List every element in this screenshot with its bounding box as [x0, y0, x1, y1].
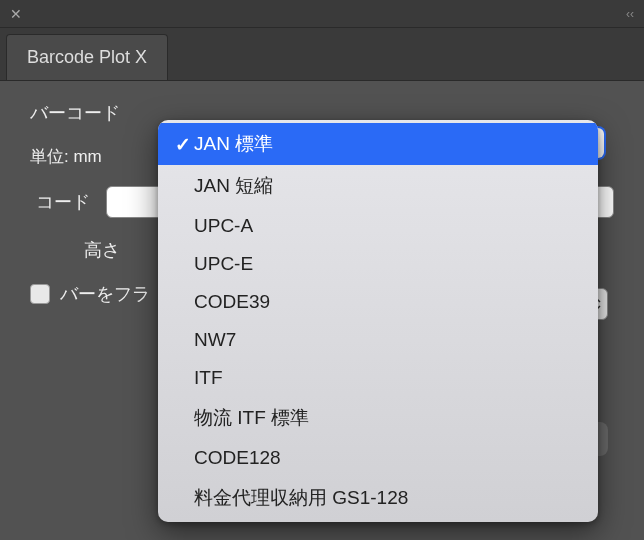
dropdown-option-label: CODE39 [194, 291, 584, 313]
dropdown-option-label: UPC-E [194, 253, 584, 275]
flatten-checkbox[interactable] [30, 284, 50, 304]
dropdown-option[interactable]: UPC-E [158, 245, 598, 283]
dropdown-option[interactable]: 料金代理収納用 GS1-128 [158, 477, 598, 519]
tab-bar: Barcode Plot X [0, 28, 644, 81]
dropdown-option-label: JAN 短縮 [194, 173, 584, 199]
dropdown-option[interactable]: ITF [158, 359, 598, 397]
dropdown-option-label: NW7 [194, 329, 584, 351]
check-icon: ✓ [172, 133, 194, 156]
dropdown-option-label: UPC-A [194, 215, 584, 237]
titlebar: ✕ ‹‹ [0, 0, 644, 28]
dropdown-option[interactable]: UPC-A [158, 207, 598, 245]
tab-barcode-plot[interactable]: Barcode Plot X [6, 34, 168, 80]
dropdown-option[interactable]: CODE39 [158, 283, 598, 321]
dropdown-option-label: CODE128 [194, 447, 584, 469]
dropdown-option[interactable]: CODE128 [158, 439, 598, 477]
label-height: 高さ [30, 238, 130, 262]
dropdown-option-label: 物流 ITF 標準 [194, 405, 584, 431]
dropdown-option[interactable]: JAN 短縮 [158, 165, 598, 207]
label-flatten: バーをフラ [60, 282, 150, 306]
close-icon[interactable]: ✕ [10, 6, 22, 22]
dropdown-option-label: JAN 標準 [194, 131, 584, 157]
dropdown-option-label: 料金代理収納用 GS1-128 [194, 485, 584, 511]
label-barcode: バーコード [30, 101, 120, 125]
collapse-icon[interactable]: ‹‹ [626, 7, 634, 21]
dropdown-option[interactable]: NW7 [158, 321, 598, 359]
barcode-type-dropdown: ✓JAN 標準JAN 短縮UPC-AUPC-ECODE39NW7ITF物流 IT… [158, 120, 598, 522]
dropdown-option[interactable]: ✓JAN 標準 [158, 123, 598, 165]
dropdown-option[interactable]: 物流 ITF 標準 [158, 397, 598, 439]
dropdown-option-label: ITF [194, 367, 584, 389]
label-code: コード [30, 190, 100, 214]
